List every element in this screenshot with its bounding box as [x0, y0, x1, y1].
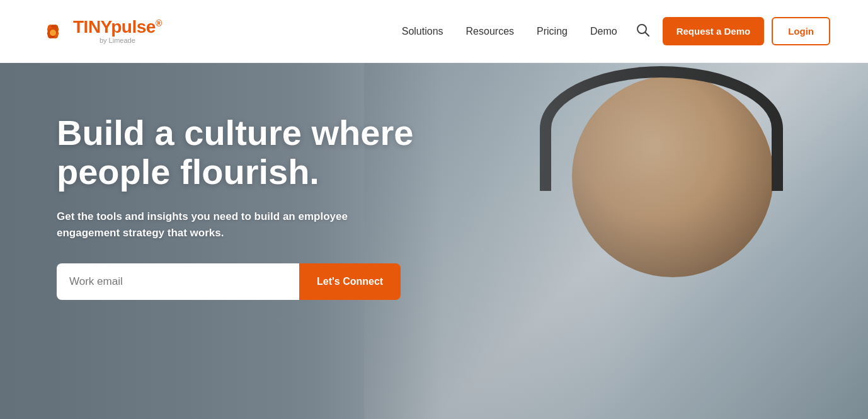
main-nav: Solutions Resources Pricing Demo [402, 26, 617, 37]
logo-text: TINYpulse® by Limeade [73, 18, 162, 44]
hero-section: Build a culture where people flourish. G… [0, 63, 868, 419]
hero-subtext: Get the tools and insights you need to b… [57, 209, 372, 241]
nav-pricing[interactable]: Pricing [537, 26, 568, 37]
logo-byline: by Limeade [73, 37, 162, 44]
svg-line-7 [645, 32, 649, 36]
logo-brand: TINYpulse® [73, 17, 162, 37]
logo[interactable]: TINYpulse® by Limeade [38, 18, 162, 45]
hero-content: Build a culture where people flourish. G… [57, 113, 422, 300]
logo-icon [38, 18, 68, 45]
nav-resources[interactable]: Resources [466, 26, 514, 37]
lets-connect-button[interactable]: Let's Connect [299, 263, 401, 300]
search-icon[interactable] [636, 23, 650, 40]
login-button[interactable]: Login [772, 17, 830, 45]
hero-form: Let's Connect [57, 263, 422, 300]
nav-solutions[interactable]: Solutions [402, 26, 443, 37]
work-email-input[interactable] [57, 263, 299, 300]
svg-point-5 [50, 30, 56, 36]
header: TINYpulse® by Limeade Solutions Resource… [0, 0, 868, 63]
nav-demo[interactable]: Demo [590, 26, 617, 37]
hero-headline: Build a culture where people flourish. [57, 113, 422, 191]
request-demo-button[interactable]: Request a Demo [663, 17, 765, 45]
